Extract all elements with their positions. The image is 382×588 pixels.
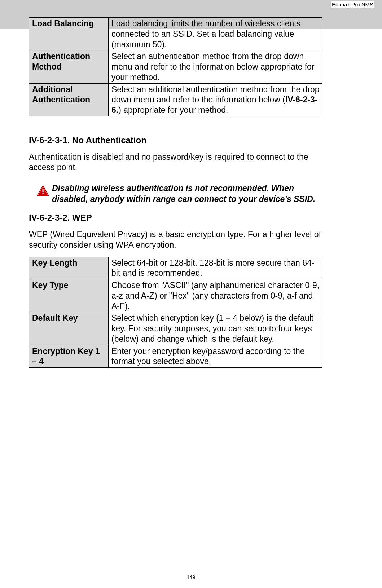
table-row: Authentication Method Select an authenti… (29, 50, 322, 83)
table-cell-label: Authentication Method (29, 50, 109, 83)
desc-text-after: ) appropriate for your method. (118, 105, 228, 115)
page-content: Load Balancing Load balancing limits the… (29, 17, 322, 557)
svg-point-3 (42, 193, 44, 194)
page-header-product: Edimax Pro NMS (331, 1, 374, 8)
table-cell-label: Key Type (29, 279, 109, 312)
table-row: Encryption Key 1 – 4 Enter your encrypti… (29, 345, 322, 368)
page-number: 149 (0, 574, 382, 580)
warning-text: Disabling wireless authentication is not… (52, 183, 322, 205)
table-cell-label: Load Balancing (29, 18, 109, 50)
paragraph-no-auth: Authentication is disabled and no passwo… (29, 152, 322, 173)
definitions-table-2: Key Length Select 64-bit or 128-bit. 128… (29, 257, 322, 368)
svg-rect-2 (43, 189, 44, 192)
table-cell-desc: Select 64-bit or 128-bit. 128-bit is mor… (109, 257, 322, 279)
table-cell-desc: Load balancing limits the number of wire… (109, 18, 322, 50)
table-row: Additional Authentication Select an addi… (29, 83, 322, 116)
section-heading-no-auth: IV-6-2-3-1. No Authentication (29, 135, 322, 145)
table-cell-desc: Select an additional authentication meth… (109, 83, 322, 116)
warning-triangle-icon (37, 185, 49, 196)
section-heading-wep: IV-6-2-3-2. WEP (29, 213, 322, 223)
table-cell-label: Additional Authentication (29, 83, 109, 116)
table-cell-desc: Select which encryption key (1 – 4 below… (109, 312, 322, 345)
definitions-table-1: Load Balancing Load balancing limits the… (29, 17, 322, 116)
page-margin-left-gray (0, 0, 29, 29)
warning-block: Disabling wireless authentication is not… (37, 183, 322, 205)
table-row: Key Length Select 64-bit or 128-bit. 128… (29, 257, 322, 279)
table-cell-label: Encryption Key 1 – 4 (29, 345, 109, 368)
table-row: Default Key Select which encryption key … (29, 312, 322, 345)
table-cell-desc: Select an authentication method from the… (109, 50, 322, 83)
table-cell-label: Default Key (29, 312, 109, 345)
table-row: Key Type Choose from "ASCII" (any alphan… (29, 279, 322, 312)
table-cell-desc: Enter your encryption key/password accor… (109, 345, 322, 368)
table-row: Load Balancing Load balancing limits the… (29, 18, 322, 50)
table-cell-desc: Choose from "ASCII" (any alphanumerical … (109, 279, 322, 312)
paragraph-wep: WEP (Wired Equivalent Privacy) is a basi… (29, 229, 322, 250)
table-cell-label: Key Length (29, 257, 109, 279)
